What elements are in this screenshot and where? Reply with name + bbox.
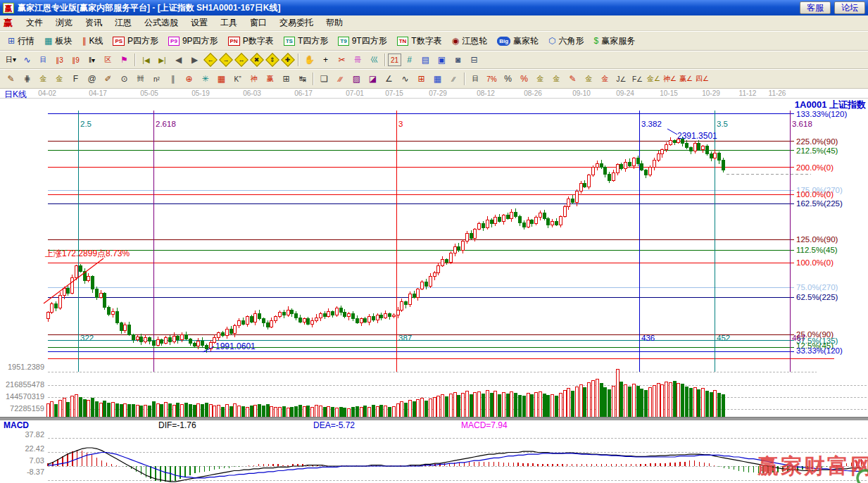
menu-window[interactable]: 窗口 <box>244 16 273 29</box>
three-bars-icon[interactable]: ∥3 <box>51 53 68 67</box>
gann-grid-icon[interactable]: ⋕ <box>19 72 35 86</box>
diamond-compress-icon[interactable]: ✖ <box>250 53 264 67</box>
menu-help[interactable]: 帮助 <box>320 16 349 29</box>
angle-lines-icon[interactable]: ∠ <box>381 72 397 86</box>
n-square-icon[interactable]: n² <box>149 72 165 86</box>
purple-fan-icon[interactable]: ▨ <box>348 72 365 86</box>
save-icon[interactable]: ▣ <box>434 53 450 67</box>
menu-browse[interactable]: 浏览 <box>49 16 79 29</box>
diamond-expand-all-icon[interactable]: ✚ <box>281 53 295 67</box>
pencil-icon[interactable]: ✎ <box>3 72 19 86</box>
f-angle-icon[interactable]: F∠ <box>629 72 646 86</box>
fine-grid-icon[interactable]: ⊞ <box>413 72 429 86</box>
candle-style-icon[interactable]: ‖▾ <box>84 53 100 67</box>
gann-time-label: 2.618 <box>156 120 176 128</box>
fine-grid-2-icon[interactable]: ▦ <box>429 72 446 86</box>
ruler-grid-icon[interactable]: ⊞ <box>278 72 294 86</box>
percent-line-icon[interactable]: % <box>516 72 532 86</box>
cycle-circle-icon[interactable]: ⊙ <box>116 72 132 86</box>
circle-crosshair-icon[interactable]: ⊕ <box>181 72 197 86</box>
gold-grid-icon[interactable]: 金 <box>35 72 51 86</box>
f-grid-icon[interactable]: F <box>68 72 84 86</box>
menu-trade-entrust[interactable]: 交易委托 <box>273 16 320 29</box>
j-angle-icon[interactable]: J∠ <box>613 72 629 86</box>
fan-box-icon[interactable]: ◪ <box>365 72 381 86</box>
t9-square-button[interactable]: T99T四方形 <box>333 34 391 49</box>
gold-angle-icon[interactable]: 金∠ <box>646 72 662 86</box>
menu-gann[interactable]: 江恩 <box>108 16 138 29</box>
crosshair-icon[interactable]: + <box>317 53 334 67</box>
intraday-chart-icon[interactable]: ∿ <box>19 53 35 67</box>
dense-grid-icon[interactable]: 卌 <box>132 72 149 86</box>
gann-wheel-button[interactable]: ◉江恩轮 <box>447 34 492 49</box>
percent-bars-icon[interactable]: 目 <box>467 72 484 86</box>
corner-box-icon[interactable]: ❏ <box>316 72 332 86</box>
red-brush-icon[interactable]: ✎ <box>565 72 581 86</box>
menu-settings[interactable]: 设置 <box>184 16 214 29</box>
gold-circle-icon[interactable]: 金 <box>532 72 548 86</box>
forum-button[interactable]: 论坛 <box>834 1 865 14</box>
kline-pattern-icon[interactable]: 区 <box>100 53 116 67</box>
customer-service-button[interactable]: 客服 <box>800 1 831 14</box>
win-grid-icon[interactable]: 赢 <box>262 72 278 86</box>
t-number-table-button[interactable]: TNT数字表 <box>392 34 447 49</box>
shen-grid-icon[interactable]: 神 <box>246 72 262 86</box>
kline-button[interactable]: ∥K线 <box>77 34 108 49</box>
star-grid-icon[interactable]: ✳ <box>197 72 213 86</box>
last-page-icon[interactable]: ▶| <box>154 53 170 67</box>
calculator-icon[interactable]: # <box>401 53 417 67</box>
gold-line-icon[interactable]: 金 <box>548 72 565 86</box>
chart-canvas[interactable]: 1A0001 上证指数1951.2389133.33%(120)225.0%(9… <box>0 99 868 483</box>
report-icon[interactable]: ▤ <box>417 53 434 67</box>
nine-bars-icon[interactable]: ∥9 <box>68 53 84 67</box>
diamond-expand-h-icon[interactable]: ↔ <box>234 53 249 67</box>
k-quote-icon[interactable]: K” <box>229 72 246 86</box>
sectors-button[interactable]: ▦板块 <box>39 34 77 49</box>
first-page-icon[interactable]: |◀ <box>138 53 154 67</box>
p-square-button[interactable]: PSP四方形 <box>108 34 163 49</box>
marker-pen-icon[interactable]: ✐ <box>100 72 116 86</box>
red-fan-icon[interactable]: ∕∕∕ <box>332 72 348 86</box>
spiral-icon[interactable]: @ <box>84 72 100 86</box>
mirror-lines-icon[interactable]: ∥ <box>165 72 181 86</box>
prev-icon[interactable]: ◀ <box>170 53 187 67</box>
pan-hand-icon[interactable]: ✋ <box>301 53 317 67</box>
p-number-table-button[interactable]: PNP数字表 <box>223 34 279 49</box>
print-icon[interactable]: ⊟ <box>466 53 482 67</box>
diamond-left-icon[interactable]: ← <box>203 53 218 67</box>
diamond-expand-v-icon[interactable]: ⇕ <box>265 53 279 67</box>
diamond-right-icon[interactable]: → <box>219 53 233 67</box>
hexagon-button[interactable]: ⬡六角形 <box>543 34 589 49</box>
p9-square-button[interactable]: P99P四方形 <box>163 34 222 49</box>
capture-icon[interactable]: ◙ <box>450 53 466 67</box>
wave-tool-icon[interactable]: 巛 <box>366 53 382 67</box>
measure-icon[interactable]: ✂ <box>334 53 350 67</box>
shen-angle-icon[interactable]: 神∠ <box>662 72 678 86</box>
gold-wave-icon[interactable]: 金 <box>581 72 597 86</box>
span-arrows-icon[interactable]: ↹ <box>294 72 310 86</box>
menu-news[interactable]: 资讯 <box>79 16 108 29</box>
menu-tools[interactable]: 工具 <box>214 16 244 29</box>
si-angle-icon[interactable]: 四∠ <box>694 72 710 86</box>
win-angle-icon[interactable]: 赢∠ <box>678 72 694 86</box>
calendar-icon[interactable]: 21 <box>388 54 401 66</box>
square-grid-icon[interactable]: ▦ <box>213 72 229 86</box>
winner-service-button[interactable]: $赢家服务 <box>589 34 641 49</box>
seven-percent-icon[interactable]: 7% <box>484 72 500 86</box>
colored-chart-icon[interactable]: ⚑ <box>116 53 132 67</box>
zigzag-icon[interactable]: ∿ <box>397 72 413 86</box>
quotes-button[interactable]: ⊞行情 <box>3 34 39 49</box>
winner-wheel-button[interactable]: Big赢家轮 <box>492 34 543 49</box>
magenta-grid-icon[interactable]: 冊 <box>350 53 366 67</box>
next-icon[interactable]: ▶ <box>187 53 203 67</box>
gold-red-line-icon[interactable]: 金 <box>597 72 613 86</box>
diag-lines-icon[interactable]: ∕∕ <box>446 72 462 86</box>
gold-grid-2-icon[interactable]: 金 <box>51 72 68 86</box>
menu-file[interactable]: 文件 <box>20 16 49 29</box>
t-square-button[interactable]: TST四方形 <box>279 34 334 49</box>
p-number-table-button-label: P数字表 <box>243 35 274 47</box>
menu-formula-stock-pick[interactable]: 公式选股 <box>138 16 184 29</box>
period-selector[interactable]: 日▾ <box>3 53 19 67</box>
percent-icon[interactable]: % <box>500 72 516 86</box>
info-panel-icon[interactable]: 目 <box>35 53 51 67</box>
